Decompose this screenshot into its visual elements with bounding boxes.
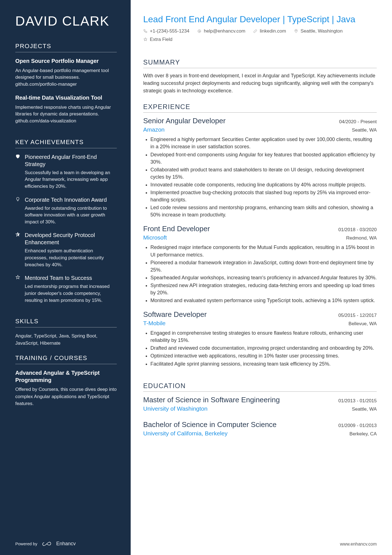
- project-item: Real-time Data Visualization Tool Implem…: [15, 94, 117, 125]
- headline: Lead Front End Angular Developer | TypeS…: [143, 14, 377, 24]
- section-title-projects: PROJECTS: [15, 43, 117, 52]
- bullet: Facilitated Agile sprint planning sessio…: [150, 360, 377, 367]
- resume-page: DAVID CLARK PROJECTS Open Source Portfol…: [0, 0, 392, 555]
- degree-dates: 01/2009 - 01/2013: [338, 423, 377, 428]
- job-company: Microsoft: [143, 234, 167, 241]
- section-title-education: EDUCATION: [143, 382, 377, 392]
- school-location: Berkeley, CA: [349, 431, 377, 437]
- achievement-title: Developed Security Protocol Enhancement: [25, 231, 117, 246]
- bullet: Optimized interactive web applications, …: [150, 352, 377, 359]
- experience-item: Front End Developer 01/2018 - 03/2020 Mi…: [143, 225, 377, 305]
- bullet: Developed front-end components using Ang…: [150, 151, 377, 166]
- extra-text: Extra Field: [150, 37, 172, 42]
- job-company: T-Mobile: [143, 320, 166, 327]
- job-company: Amazon: [143, 126, 165, 133]
- contacts-row: +1-(234)-555-1234 help@enhancv.com linke…: [143, 28, 377, 42]
- section-title-summary: SUMMARY: [143, 58, 377, 68]
- projects-list: Open Source Portfolio Manager An Angular…: [15, 57, 117, 131]
- bullet: Pioneered a modular framework integratio…: [150, 259, 377, 273]
- sidebar: DAVID CLARK PROJECTS Open Source Portfol…: [0, 0, 131, 555]
- section-title-training: TRAINING / COURSES: [15, 354, 117, 364]
- bullet: Implemented proactive bug-checking proto…: [150, 189, 377, 203]
- bullet: Engaged in comprehensive testing strateg…: [150, 329, 377, 344]
- job-title: Senior Angular Developer: [143, 117, 225, 125]
- bullet: Spearheaded Angular workshops, increasin…: [150, 274, 377, 281]
- skills-text: Angular, TypeScript, Java, Spring Boot, …: [15, 332, 117, 347]
- main-content: Lead Front End Angular Developer | TypeS…: [131, 0, 392, 555]
- footer-url: www.enhancv.com: [340, 542, 377, 546]
- education-item: Master of Science in Software Engineerin…: [143, 396, 377, 415]
- heart-icon: [15, 153, 21, 190]
- sidebar-footer: Powered by Enhancv: [15, 530, 117, 547]
- location-text: Seattle, Washington: [301, 28, 343, 34]
- achievement-desc: Enhanced system authentication processes…: [25, 248, 117, 268]
- job-location: Seattle, WA: [352, 127, 377, 133]
- project-desc: An Angular-based portfolio management to…: [15, 67, 117, 88]
- linkedin-text: linkedin.com: [260, 28, 286, 34]
- lightbulb-icon: [15, 196, 21, 226]
- project-desc: Implemented responsive charts using Angu…: [15, 104, 117, 125]
- contact-phone: +1-(234)-555-1234: [143, 28, 189, 34]
- achievement-desc: Led mentorship programs that increased j…: [25, 283, 117, 304]
- school-name: University of Washington: [143, 405, 207, 412]
- person-name: DAVID CLARK: [15, 14, 117, 29]
- job-bullets: Redesigned major interface components fo…: [143, 244, 377, 304]
- job-bullets: Engineered a highly performant Securitie…: [143, 136, 377, 218]
- school-location: Seattle, WA: [352, 406, 377, 412]
- job-location: Bellevue, WA: [349, 321, 377, 327]
- achievement-title: Corporate Tech Innovation Award: [25, 196, 117, 203]
- project-title: Open Source Portfolio Manager: [15, 57, 117, 65]
- bullet: Drafted and reviewed code documentation,…: [150, 344, 377, 352]
- star-icon: [143, 37, 148, 42]
- bullet: Synthesized new API integration strategi…: [150, 282, 377, 296]
- experience-item: Senior Angular Developer 04/2020 - Prese…: [143, 117, 377, 219]
- achievement-item: Developed Security Protocol Enhancement …: [15, 231, 117, 268]
- email-text: help@enhancv.com: [204, 28, 245, 34]
- achievement-item: Corporate Tech Innovation Award Awarded …: [15, 196, 117, 226]
- contact-extra: Extra Field: [143, 37, 172, 42]
- bullet: Engineered a highly performant Securitie…: [150, 136, 377, 150]
- link-icon: [253, 29, 257, 33]
- star-half-icon: [15, 231, 21, 268]
- bullet: Innovated reusable code components, redu…: [150, 181, 377, 188]
- phone-icon: [143, 29, 148, 33]
- at-icon: [197, 29, 202, 33]
- project-title: Real-time Data Visualization Tool: [15, 94, 117, 101]
- achievement-desc: Awarded for outstanding contribution to …: [25, 205, 117, 226]
- main-footer: www.enhancv.com: [143, 531, 377, 547]
- job-title: Front End Developer: [143, 225, 210, 233]
- section-title-experience: EXPERIENCE: [143, 103, 377, 113]
- job-dates: 04/2020 - Present: [339, 119, 377, 125]
- star-outline-icon: [15, 274, 21, 304]
- bullet: Led code review sessions and mentorship …: [150, 204, 377, 218]
- achievement-title: Pioneered Angular Front-End Strategy: [25, 153, 117, 168]
- education-item: Bachelor of Science in Computer Science …: [143, 420, 377, 440]
- section-title-achievements: KEY ACHIEVEMENTS: [15, 139, 117, 148]
- svg-point-1: [296, 30, 296, 31]
- job-dates: 05/2015 - 12/2017: [338, 313, 377, 318]
- training-title: Advanced Angular & TypeScript Programmin…: [15, 369, 117, 384]
- training-desc: Offered by Coursera, this course dives d…: [15, 386, 117, 407]
- enhancv-logo-icon: [42, 541, 52, 546]
- job-title: Software Developer: [143, 310, 207, 319]
- job-bullets: Engaged in comprehensive testing strateg…: [143, 329, 377, 367]
- degree-title: Bachelor of Science in Computer Science: [143, 420, 277, 429]
- contact-location: Seattle, Washington: [294, 28, 343, 34]
- achievement-item: Pioneered Angular Front-End Strategy Suc…: [15, 153, 117, 190]
- achievement-desc: Successfully led a team in developing an…: [25, 169, 117, 190]
- experience-item: Software Developer 05/2015 - 12/2017 T-M…: [143, 310, 377, 368]
- brand-name: Enhancv: [56, 541, 76, 547]
- job-location: Redmond, WA: [346, 235, 377, 241]
- phone-text: +1-(234)-555-1234: [150, 28, 189, 34]
- contact-linkedin: linkedin.com: [253, 28, 286, 34]
- bullet: Redesigned major interface components fo…: [150, 244, 377, 258]
- achievements-list: Pioneered Angular Front-End Strategy Suc…: [15, 153, 117, 310]
- bullet: Collaborated with product teams and stak…: [150, 166, 377, 181]
- job-dates: 01/2018 - 03/2020: [338, 227, 377, 233]
- project-item: Open Source Portfolio Manager An Angular…: [15, 57, 117, 88]
- powered-by-label: Powered by: [15, 541, 37, 546]
- contact-email: help@enhancv.com: [197, 28, 245, 34]
- achievement-title: Mentored Team to Success: [25, 274, 117, 282]
- degree-title: Master of Science in Software Engineerin…: [143, 396, 280, 404]
- location-icon: [294, 29, 298, 33]
